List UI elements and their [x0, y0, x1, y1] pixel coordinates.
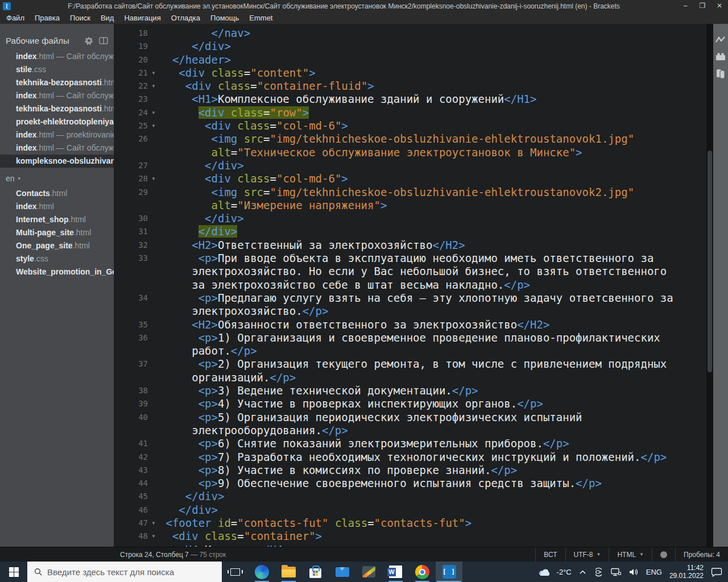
code-line[interactable]: работ.</p>	[114, 344, 713, 357]
notification-icon[interactable]	[711, 567, 722, 577]
extension-manager-icon[interactable]	[715, 52, 726, 61]
language-select[interactable]: HTML▼	[609, 547, 652, 562]
code-line[interactable]: 45</div>	[114, 490, 713, 503]
chrome-icon[interactable]	[409, 562, 436, 582]
code-line[interactable]: 44<p>9) Обеспечение своевременного испыт…	[114, 477, 713, 490]
brackets-icon[interactable]: [ ]	[436, 562, 462, 582]
fold-arrow-icon[interactable]: ▼	[148, 106, 159, 119]
code-line[interactable]: 18</nav>	[114, 27, 713, 40]
menu-item[interactable]: Emmet	[244, 12, 278, 24]
fold-arrow-icon[interactable]: ▼	[148, 80, 159, 93]
code-line[interactable]: 32<H2>Ответственный за электрохозяйство<…	[114, 239, 713, 252]
code-line[interactable]: электрооборудования.</p>	[114, 424, 713, 437]
code-line[interactable]: 23<H1>Комплексное обслуживание зданий и …	[114, 93, 713, 106]
code-line[interactable]: alt="Техническое обслуживание электроуст…	[114, 146, 713, 159]
restore-button[interactable]: ❐	[694, 0, 711, 12]
code-line[interactable]: организаций.</p>	[114, 371, 713, 384]
lint-status[interactable]	[652, 547, 675, 562]
menu-item[interactable]: Поиск	[65, 12, 96, 24]
code-line[interactable]: 30</div>	[114, 212, 713, 225]
code-line[interactable]: 42<p>7) Разработка необходимых технологи…	[114, 451, 713, 464]
code-line[interactable]: 19</div>	[114, 40, 713, 53]
code-line[interactable]: 37<p>2) Организация текущего ремонта, в …	[114, 357, 713, 371]
file-item[interactable]: Multi-page_site.html	[0, 226, 114, 239]
code-line[interactable]: 41<p>6) Снятие показаний электроизмерите…	[114, 437, 713, 450]
file-item[interactable]: tekhnika-bezopasnosti.html –	[0, 102, 114, 115]
chevron-up-icon[interactable]	[579, 569, 586, 575]
language-indicator[interactable]: ENG	[646, 568, 662, 576]
mail-icon[interactable]	[329, 562, 355, 582]
menu-item[interactable]: Правка	[30, 12, 65, 24]
code-line[interactable]: электрохозяйство. Но если у Вас небольшо…	[114, 265, 713, 278]
code-line[interactable]: 33<p>При вводе объекта в эксплуатацию не…	[114, 252, 713, 265]
file-item[interactable]: kompleksnoe-obsluzhivanie-z	[0, 155, 114, 168]
menu-item[interactable]: Навигация	[119, 12, 166, 24]
close-button[interactable]: ✕	[711, 0, 728, 12]
gear-icon[interactable]	[85, 36, 93, 45]
file-item[interactable]: index.html	[0, 200, 114, 213]
code-line[interactable]: 29<img src="img/tekhnicheskoe-obsluzhiva…	[114, 186, 713, 199]
file-item[interactable]: Internet_shop.html	[0, 213, 114, 226]
code-line[interactable]: 26<img src="img/tekhnicheskoe-obsluzhiva…	[114, 132, 713, 146]
code-line[interactable]: 35<H2>Обязанности ответственного за элек…	[114, 318, 713, 331]
menu-item[interactable]: Отладка	[166, 12, 205, 24]
clock[interactable]: 11:42 29.01.2022	[669, 564, 704, 580]
code-line[interactable]: 46</div>	[114, 504, 713, 517]
insert-mode-toggle[interactable]: ВСТ	[535, 547, 565, 562]
code-line[interactable]: 47▼<footer id="contacts-fut" class="cont…	[114, 517, 713, 530]
code-line[interactable]: 43<p>8) Участие в комиссиях по проверке …	[114, 464, 713, 477]
encoding-select[interactable]: UTF-8▼	[565, 547, 609, 562]
volume-icon[interactable]	[628, 568, 639, 576]
code-line[interactable]: 25▼<div class="col-md-6">	[114, 119, 713, 132]
code-line[interactable]: 34<p>Предлагаю услугу взять на себя — эт…	[114, 292, 713, 305]
fold-arrow-icon[interactable]: ▼	[148, 517, 159, 530]
project-dropdown[interactable]: en ▾	[0, 171, 114, 186]
live-preview-icon[interactable]	[715, 35, 726, 44]
fold-arrow-icon[interactable]: ▼	[148, 172, 159, 185]
code-line[interactable]: 20</header>	[114, 53, 713, 66]
menu-item[interactable]: Вид	[96, 12, 119, 24]
search-input[interactable]	[47, 567, 206, 577]
taskbar-search[interactable]	[27, 562, 222, 582]
file-item[interactable]: Website_promotion_in_Google.html	[0, 265, 114, 278]
code-editor[interactable]: 18</nav>19</div>20</header>21▼<div class…	[114, 24, 713, 547]
code-line[interactable]: 21▼<div class="content">	[114, 66, 713, 80]
spaces-setting[interactable]: Пробелы: 4	[675, 547, 728, 562]
file-item[interactable]: One_page_site.html	[0, 239, 114, 252]
minimize-button[interactable]: –	[677, 0, 694, 12]
code-line[interactable]: 28▼<div class="col-md-6">	[114, 172, 713, 185]
menu-item[interactable]: Помощь	[205, 12, 244, 24]
store-icon[interactable]	[302, 562, 329, 582]
code-line[interactable]: за электрохозяйство себе в штат весьма н…	[114, 278, 713, 292]
meet-now-icon[interactable]	[594, 567, 603, 577]
code-line[interactable]: alt="Измерение напряжения">	[114, 199, 713, 212]
code-line[interactable]: 39<p>4) Участие в проверках инспектирующ…	[114, 397, 713, 410]
code-line[interactable]: 24▼<div class="row">	[114, 106, 713, 119]
file-item[interactable]: proekt-ehlektrootopleniya-cha	[0, 115, 114, 128]
menu-item[interactable]: Файл	[1, 12, 30, 24]
code-line[interactable]: 48▼<div class="container">	[114, 530, 713, 543]
start-button[interactable]	[0, 562, 27, 582]
fold-arrow-icon[interactable]: ▼	[148, 66, 159, 80]
code-line[interactable]: 22▼<div class="container-fluid">	[114, 80, 713, 93]
file-item[interactable]: stile.css	[0, 63, 114, 76]
network-icon[interactable]	[611, 568, 621, 576]
word-icon[interactable]: W	[382, 562, 409, 582]
split-view-icon[interactable]	[99, 37, 108, 44]
fold-arrow-icon[interactable]: ▼	[148, 119, 159, 132]
file-item[interactable]: index.html — proektirovanie-elek	[0, 128, 114, 142]
code-line[interactable]: 40<p>5) Организация периодических электр…	[114, 411, 713, 424]
file-item[interactable]: Contacts.html	[0, 187, 114, 200]
app-icon[interactable]	[355, 562, 382, 582]
temperature[interactable]: -2°C	[557, 568, 572, 576]
fold-arrow-icon[interactable]: ▼	[148, 530, 159, 543]
scrollbar-thumb[interactable]	[708, 151, 712, 372]
editor-scrollbar[interactable]	[706, 24, 713, 547]
file-item[interactable]: tekhnika-bezopasnosti.html –	[0, 76, 114, 89]
code-line[interactable]: 36<p>1) Оргаганизация и своевременное пр…	[114, 331, 713, 344]
file-item[interactable]: index.html — Сайт обслуживани	[0, 89, 114, 102]
file-item[interactable]: index.html — Сайт обслуживани	[0, 142, 114, 155]
code-line[interactable]: 27</div>	[114, 159, 713, 172]
explorer-icon[interactable]	[275, 562, 302, 582]
file-item[interactable]: style.css	[0, 252, 114, 265]
